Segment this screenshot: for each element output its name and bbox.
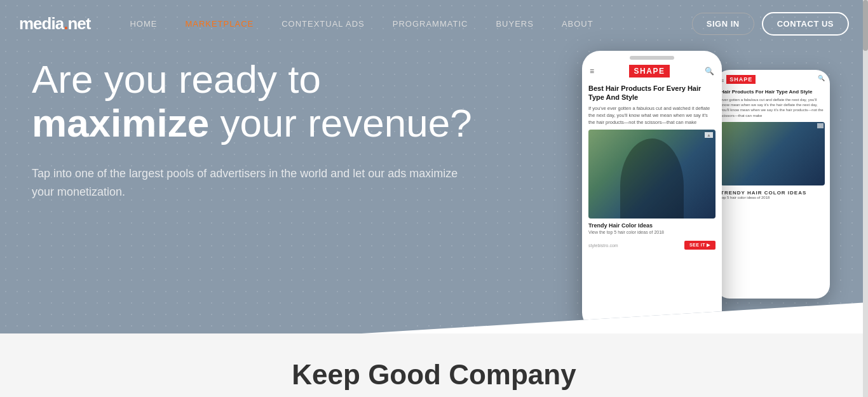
phone-ad-domain: stylebistro.com <box>588 243 618 248</box>
phone-article-title: Best Hair Products For Every Hair Type A… <box>582 80 722 105</box>
hero-title: Are you ready to maximize your revenue? <box>32 57 508 145</box>
hero-section: Are you ready to maximize your revenue? … <box>0 0 868 356</box>
nav-buyers[interactable]: BUYERS <box>482 19 547 29</box>
back-ad-image: ▲ <box>721 122 825 185</box>
back-article-text: ever gotten a fabulous cut and deflate t… <box>721 97 825 119</box>
back-article-title: Hair Products For Hair Type And Style <box>721 89 825 95</box>
back-ad-title: TRENDY HAIR COLOR IDEAS <box>721 190 825 196</box>
logo-text-net: net <box>67 14 90 33</box>
back-ad-sub: top 5 hair color ideas of 2018 <box>721 196 825 199</box>
nav-marketplace[interactable]: MARKETPLACE <box>171 19 268 29</box>
phone-menu-icon: ≡ <box>590 67 594 76</box>
phone-ad-title: Trendy Hair Color Ideas <box>588 222 715 229</box>
phone-back: 🔍 ≡ SHAPE Hair Products For Hair Type An… <box>715 70 830 299</box>
logo[interactable]: media.net <box>19 14 90 34</box>
nav-about[interactable]: ABOUT <box>548 19 607 29</box>
phone-ad-bottom: Trendy Hair Color Ideas View the top 5 h… <box>582 219 722 241</box>
bottom-section: Keep Good Company <box>0 333 868 397</box>
phone-search-icon: 🔍 <box>705 67 714 76</box>
hero-subtitle: Tap into one of the largest pools of adv… <box>32 165 464 201</box>
signin-button[interactable]: SIGN IN <box>692 13 754 35</box>
phone-front: ≡ SHAPE 🔍 Best Hair Products For Every H… <box>582 51 722 330</box>
phone-notch <box>630 56 674 60</box>
hero-title-part1: Are you ready to <box>32 57 321 101</box>
phone-ad-image: ▲ <box>588 130 715 219</box>
phone-ad-footer: stylebistro.com SEE IT ▶ <box>582 241 722 250</box>
navigation: media.net HOME MARKETPLACE CONTEXTUAL AD… <box>0 0 868 48</box>
scrollbar[interactable] <box>863 0 868 397</box>
phone-ad-subtitle: View the top 5 hair color ideas of 2018 <box>588 230 715 234</box>
nav-home[interactable]: HOME <box>116 19 171 29</box>
phone-shape-logo: SHAPE <box>629 65 670 77</box>
phone-ad-container: ▲ <box>588 130 715 219</box>
contact-button[interactable]: CONTACT US <box>762 12 849 36</box>
logo-text-media: media <box>19 14 64 33</box>
nav-programmatic[interactable]: PROGRAMMATIC <box>379 19 482 29</box>
back-search-icon: 🔍 <box>818 75 825 81</box>
nav-links: HOME MARKETPLACE CONTEXTUAL ADS PROGRAMM… <box>116 19 691 29</box>
nav-contextual-ads[interactable]: CONTEXTUAL ADS <box>268 19 379 29</box>
hero-title-bold: maximize <box>32 101 209 145</box>
back-shape-logo: SHAPE <box>726 75 756 84</box>
ad-badge: ▲ <box>705 132 713 138</box>
keep-good-company-heading: Keep Good Company <box>292 359 576 391</box>
hero-title-part2: your revenue? <box>209 101 472 145</box>
nav-actions: SIGN IN CONTACT US <box>692 12 849 36</box>
scrollbar-thumb[interactable] <box>863 0 868 51</box>
phone-mockup-container: 🔍 ≡ SHAPE Hair Products For Hair Type An… <box>582 51 824 356</box>
phone-ad-cta[interactable]: SEE IT ▶ <box>684 241 715 250</box>
phone-article-text: If you've ever gotten a fabulous cut and… <box>582 105 722 130</box>
phone-top-bar: ≡ SHAPE 🔍 <box>582 62 722 80</box>
hero-content: Are you ready to maximize your revenue? … <box>32 57 508 201</box>
